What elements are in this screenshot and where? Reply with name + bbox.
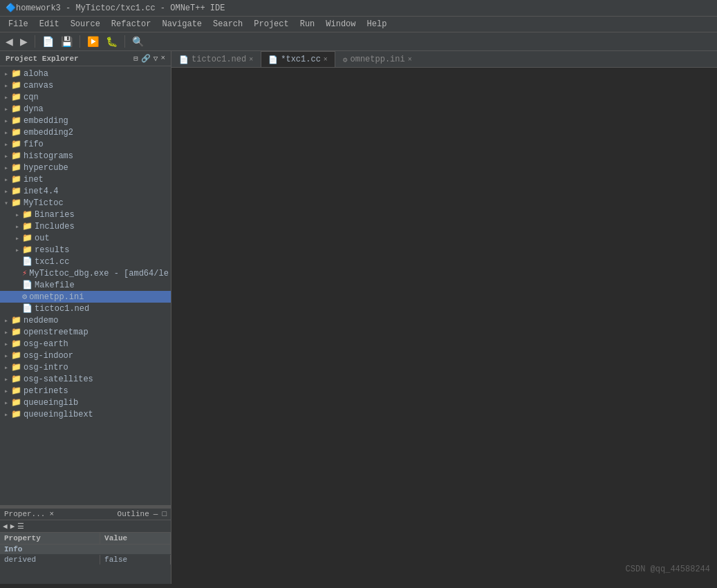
- tab-txc1.cc[interactable]: 📄*txc1.cc×: [261, 51, 335, 67]
- tree-item-dyna[interactable]: ▸📁dyna: [0, 103, 171, 115]
- properties-close-icon[interactable]: ×: [49, 510, 54, 518]
- tree-label: omnetpp.ini: [29, 292, 84, 302]
- menu-item-edit[interactable]: Edit: [34, 18, 65, 30]
- tab-close-txc1.cc[interactable]: ×: [324, 56, 328, 64]
- tree-arrow: ▸: [3, 70, 10, 78]
- tree-item-cqn[interactable]: ▸📁cqn: [0, 91, 171, 103]
- tree-arrow: ▸: [3, 164, 10, 172]
- menu-item-file[interactable]: File: [3, 18, 34, 30]
- tree-item-embedding2[interactable]: ▸📁embedding2: [0, 126, 171, 138]
- props-toolbar-menu[interactable]: ☰: [17, 522, 24, 531]
- tree-item-openstreetmap[interactable]: ▸📁openstreetmap: [0, 326, 171, 338]
- tree-label: aloha: [24, 69, 48, 79]
- toolbar-save[interactable]: 💾: [58, 35, 75, 48]
- tree-label: MyTictoc_dbg.exe - [amd64/le: [29, 269, 169, 278]
- tree-item-Makefile[interactable]: 📄Makefile: [0, 279, 171, 291]
- props-minimize-icon[interactable]: —: [153, 510, 158, 518]
- tree-item-inet[interactable]: ▸📁inet: [0, 173, 171, 185]
- tree-item-Includes[interactable]: ▸📁Includes: [0, 220, 171, 232]
- toolbar-back[interactable]: ◀: [3, 35, 16, 48]
- tree-item-MyTictoc[interactable]: ▾📁MyTictoc: [0, 197, 171, 209]
- project-explorer-title: Project Explorer: [6, 55, 79, 63]
- tree-label: MyTictoc: [24, 198, 64, 208]
- menu-item-search[interactable]: Search: [207, 18, 248, 30]
- tree-item-results[interactable]: ▸📁results: [0, 244, 171, 256]
- props-toolbar-forward[interactable]: ▶: [10, 522, 15, 531]
- tree-arrow: ▸: [3, 176, 10, 184]
- editor-panel: 📄tictoc1.ned×📄*txc1.cc×⚙️omnetpp.ini×: [171, 51, 717, 584]
- tree-label: embedding2: [24, 128, 73, 137]
- tree-item-queueinglib[interactable]: ▸📁queueinglib: [0, 397, 171, 408]
- tree-label: histograms: [24, 151, 73, 161]
- menu-item-refactor[interactable]: Refactor: [106, 18, 157, 30]
- panel-header-icons: ⊟ 🔗 ▽ ×: [133, 54, 165, 63]
- toolbar-run[interactable]: ▶️: [84, 35, 102, 48]
- menu-item-help[interactable]: Help: [362, 18, 393, 30]
- toolbar-new[interactable]: 📄: [39, 35, 57, 48]
- tab-icon-omnetpp.ini: ⚙️: [343, 55, 348, 64]
- tree-arrow: ▸: [3, 82, 10, 90]
- tree-arrow: ▾: [3, 199, 10, 207]
- tree-item-out[interactable]: ▸📁out: [0, 232, 171, 244]
- outline-label[interactable]: Outline: [118, 510, 149, 518]
- tree-item-txc1.cc[interactable]: 📄txc1.cc: [0, 256, 171, 267]
- tree-arrow: ▸: [3, 363, 10, 372]
- tree-item-canvas[interactable]: ▸📁canvas: [0, 79, 171, 91]
- props-table: Property Value Infoderivedfalse: [0, 533, 171, 584]
- tree-item-histograms[interactable]: ▸📁histograms: [0, 150, 171, 162]
- tree-item-queueinglibext[interactable]: ▸📁queueinglibext: [0, 408, 171, 420]
- collapse-all-icon[interactable]: ⊟: [133, 54, 138, 63]
- tree-item-petrinets[interactable]: ▸📁petrinets: [0, 385, 171, 397]
- tree-arrow: ▸: [3, 93, 10, 102]
- props-group: Info: [0, 544, 171, 555]
- tree-item-neddemo[interactable]: ▸📁neddemo: [0, 314, 171, 326]
- tree-arrow: ▸: [3, 352, 10, 360]
- tree-item-hypercube[interactable]: ▸📁hypercube: [0, 162, 171, 173]
- tree-label: neddemo: [24, 316, 58, 325]
- toolbar-debug[interactable]: 🐛: [103, 35, 120, 48]
- tree-item-tictoc1.ned[interactable]: 📄tictoc1.ned: [0, 303, 171, 314]
- menu-item-navigate[interactable]: Navigate: [156, 18, 207, 30]
- tree-item-osg-satellites[interactable]: ▸📁osg-satellites: [0, 373, 171, 385]
- menu-item-project[interactable]: Project: [248, 18, 294, 30]
- tree-item-osg-indoor[interactable]: ▸📁osg-indoor: [0, 350, 171, 361]
- tree-label: txc1.cc: [35, 257, 69, 267]
- tree-item-Binaries[interactable]: ▸📁Binaries: [0, 209, 171, 220]
- link-with-editor-icon[interactable]: 🔗: [141, 54, 151, 63]
- titlebar-icon: 🔷: [6, 3, 16, 13]
- menu-item-run[interactable]: Run: [295, 18, 321, 30]
- props-col-property: Property: [0, 533, 100, 544]
- tree-arrow: ▸: [3, 340, 10, 348]
- props-toolbar-back[interactable]: ◀: [3, 522, 8, 531]
- tab-omnetpp.ini[interactable]: ⚙️omnetpp.ini×: [335, 51, 420, 67]
- tree-item-aloha[interactable]: ▸📁aloha: [0, 68, 171, 79]
- code-area[interactable]: [171, 68, 717, 584]
- toolbar-forward[interactable]: ▶: [17, 35, 30, 48]
- tree-item-embedding[interactable]: ▸📁embedding: [0, 115, 171, 126]
- tree-arrow: ▸: [14, 222, 21, 231]
- tree-item-inet4.4[interactable]: ▸📁inet4.4: [0, 185, 171, 197]
- tab-close-tictoc1.ned[interactable]: ×: [249, 56, 253, 64]
- tree-item-osg-intro[interactable]: ▸📁osg-intro: [0, 361, 171, 373]
- props-col-value: Value: [100, 533, 171, 544]
- tree-label: Makefile: [35, 281, 75, 290]
- tab-label-txc1.cc: *txc1.cc: [281, 55, 321, 64]
- tree-item-osg-earth[interactable]: ▸📁osg-earth: [0, 338, 171, 350]
- tree-label: osg-earth: [24, 339, 68, 349]
- close-explorer-icon[interactable]: ×: [160, 54, 165, 63]
- menu-item-source[interactable]: Source: [65, 18, 106, 30]
- tab-close-omnetpp.ini[interactable]: ×: [408, 56, 412, 64]
- tree-label: queueinglib: [24, 398, 78, 408]
- tree-label: queueinglibext: [24, 410, 93, 419]
- left-panel: Project Explorer ⊟ 🔗 ▽ × ▸📁aloha▸📁canvas…: [0, 51, 171, 584]
- props-maximize-icon[interactable]: □: [162, 510, 167, 518]
- view-menu-icon[interactable]: ▽: [153, 54, 158, 63]
- toolbar-search[interactable]: 🔍: [129, 35, 147, 48]
- tab-tictoc1.ned[interactable]: 📄tictoc1.ned×: [171, 51, 261, 67]
- tree-label: inet: [24, 175, 44, 184]
- tree-item-MyTictoc_dbg[interactable]: ⚡MyTictoc_dbg.exe - [amd64/le: [0, 267, 171, 279]
- tree-label: openstreetmap: [24, 328, 89, 337]
- menu-item-window[interactable]: Window: [320, 18, 361, 30]
- tree-item-omnetpp.ini[interactable]: ⚙️omnetpp.ini: [0, 291, 171, 303]
- tree-item-fifo[interactable]: ▸📁fifo: [0, 138, 171, 150]
